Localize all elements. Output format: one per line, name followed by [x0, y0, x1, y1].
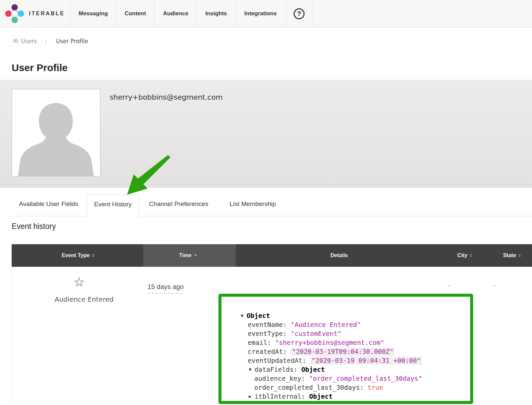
top-nav: ITERABLE Messaging Content Audience Insi… [0, 0, 532, 28]
sort-desc-icon [194, 254, 198, 256]
column-header-city[interactable]: City [457, 244, 472, 267]
state-cell: - [493, 283, 495, 289]
time-cell[interactable]: 15 days ago [148, 283, 184, 294]
breadcrumb-users[interactable]: Users [21, 38, 37, 45]
user-email: sherry+bobbins@segment.com [110, 93, 223, 101]
collapse-icon[interactable]: ▼ [241, 311, 243, 320]
column-header-details[interactable]: Details [331, 244, 348, 267]
nav-item-content[interactable]: Content [116, 0, 155, 27]
tab-channel-preferences[interactable]: Channel Preferences [142, 194, 216, 216]
event-type-cell: Audience Entered [55, 295, 114, 303]
event-details-json: ▼Object eventName: "Audience Entered" ev… [241, 311, 422, 401]
table-header: Event Type Time Details City State [12, 244, 532, 267]
iterable-logo-icon [4, 3, 26, 25]
help-icon: ? [294, 8, 305, 19]
chevron-right-icon: › [45, 38, 47, 45]
profile-banner: sherry+bobbins@segment.com [0, 80, 532, 188]
nav-item-messaging[interactable]: Messaging [70, 0, 116, 27]
dashed-underline [148, 293, 184, 294]
tab-list-membership[interactable]: List Membership [222, 194, 283, 216]
column-header-time[interactable]: Time [179, 244, 197, 267]
nav-item-audience[interactable]: Audience [155, 0, 197, 27]
event-history-table: Event Type Time Details City State ☆ Aud… [12, 244, 532, 402]
expand-icon[interactable]: ▶ [249, 392, 251, 401]
page-title: User Profile [12, 62, 532, 74]
users-icon [12, 39, 19, 44]
breadcrumb: Users › User Profile [12, 36, 532, 47]
breadcrumb-current: User Profile [56, 38, 88, 45]
brand-name: ITERABLE [29, 11, 65, 17]
section-heading: Event history [12, 222, 532, 231]
sort-icon [470, 254, 472, 257]
avatar-silhouette-icon [12, 95, 100, 176]
column-header-state[interactable]: State [503, 244, 521, 267]
nav-item-integrations[interactable]: Integrations [235, 0, 286, 27]
brand[interactable]: ITERABLE [0, 0, 70, 27]
avatar [12, 89, 100, 176]
star-icon[interactable]: ☆ [73, 276, 85, 288]
sort-icon [518, 254, 521, 257]
table-row: ☆ Audience Entered 15 days ago - - ▼Obje… [12, 267, 532, 402]
collapse-icon[interactable]: ▼ [249, 365, 251, 374]
nav-item-insights[interactable]: Insights [197, 0, 235, 27]
tabs: Available User Fields Event History Chan… [12, 194, 532, 216]
help-button[interactable]: ? [286, 0, 313, 27]
sort-icon [92, 254, 95, 257]
city-cell: - [448, 283, 450, 289]
tab-available-user-fields[interactable]: Available User Fields [12, 194, 87, 216]
column-header-event-type[interactable]: Event Type [62, 244, 94, 267]
tab-event-history[interactable]: Event History [87, 194, 139, 216]
